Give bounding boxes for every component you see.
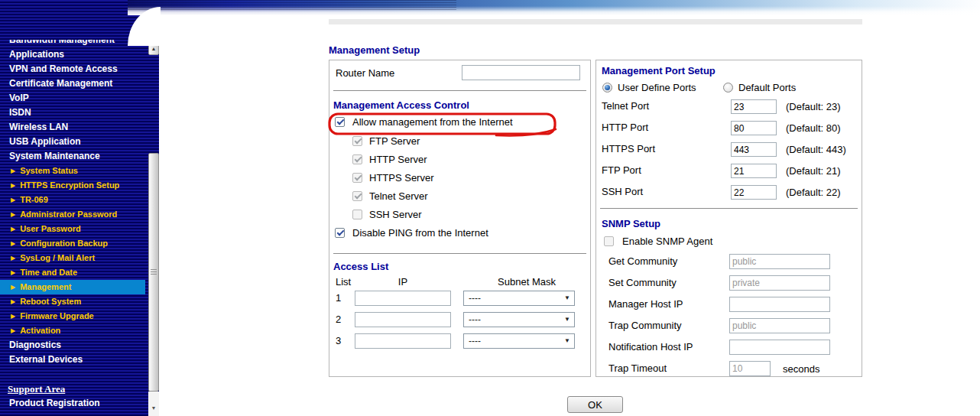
ssh-port-input[interactable] [731, 185, 777, 200]
default-ports-radio[interactable] [723, 83, 733, 93]
checkbox-label: Disable PING from the Internet [352, 227, 488, 239]
management-setup-panel: Router Name Management Access Control Al… [329, 60, 591, 377]
access-control-heading: Management Access Control [333, 99, 469, 111]
enable-snmp-checkbox[interactable] [604, 236, 614, 246]
telnet-server-checkbox[interactable] [352, 191, 362, 201]
sidebar-item-time-and-date[interactable]: ▶Time and Date [0, 265, 148, 280]
sidebar-item-system-status[interactable]: ▶System Status [0, 164, 148, 178]
http-server-checkbox[interactable] [352, 154, 362, 164]
sidebar-item-configuration-backup[interactable]: ▶Configuration Backup [0, 236, 148, 251]
https-server-checkbox[interactable] [352, 173, 362, 183]
sidebar-item-product-registration[interactable]: Product Registration [0, 396, 148, 411]
sidebar-item-label: System Status [20, 166, 78, 175]
notification-host-ip-input[interactable] [729, 340, 830, 355]
radio-label: Default Ports [738, 82, 796, 93]
checkbox-label: HTTP Server [369, 154, 427, 165]
http-port-input[interactable] [731, 121, 777, 135]
submenu-arrow-icon: ▶ [11, 309, 15, 323]
access-list-ip-input-3[interactable] [355, 333, 451, 349]
select-value: ---- [469, 293, 481, 304]
port-default-hint: (Default: 23) [786, 101, 841, 112]
set-community-input[interactable] [729, 275, 830, 291]
access-list-col-ip: IP [372, 276, 433, 288]
port-label: SSH Port [602, 186, 643, 197]
sidebar-item-reboot-system[interactable]: ▶Reboot System [0, 294, 148, 309]
allow-management-from-the-internet-checkbox[interactable] [335, 117, 345, 127]
ssh-server-checkbox[interactable] [352, 210, 362, 219]
subnet-mask-select-1[interactable]: ----▼ [463, 291, 575, 306]
sidebar-item-applications[interactable]: Applications [0, 47, 148, 62]
sidebar-item-isdn[interactable]: ISDN [0, 106, 148, 120]
get-community-input[interactable] [729, 254, 830, 269]
sidebar-item-tr-069[interactable]: ▶TR-069 [0, 193, 148, 207]
sidebar-item-usb-application[interactable]: USB Application [0, 135, 148, 149]
snmp-field-label: Trap Timeout [608, 362, 667, 374]
sidebar-item-syslog-mail-alert[interactable]: ▶SysLog / Mail Alert [0, 251, 148, 265]
port-default-hint: (Default: 22) [786, 187, 841, 198]
sidebar-item-user-password[interactable]: ▶User Password [0, 222, 148, 236]
sidebar-item-firmware-upgrade[interactable]: ▶Firmware Upgrade [0, 309, 148, 323]
enable-snmp-label: Enable SNMP Agent [622, 236, 712, 247]
scrollbar-down-button[interactable]: ▼ [148, 403, 159, 414]
ok-button[interactable]: OK [567, 396, 623, 413]
subnet-mask-select-3[interactable]: ----▼ [463, 333, 575, 349]
snmp-field-label: Notification Host IP [608, 341, 693, 353]
checkbox-label: Allow management from the Internet [352, 116, 513, 128]
subnet-mask-select-2[interactable]: ----▼ [463, 312, 575, 327]
trap-timeout-input[interactable] [729, 361, 771, 376]
page-title: Management Setup [329, 44, 420, 56]
sidebar-item-label: HTTPS Encryption Setup [20, 180, 119, 190]
content-top-divider [329, 19, 862, 24]
sidebar-item-voip[interactable]: VoIP [0, 91, 148, 106]
sidebar-item-bandwidth-management[interactable]: Bandwidth Management [0, 40, 148, 47]
scrollbar-thumb[interactable] [148, 153, 159, 392]
divider [600, 208, 858, 209]
submenu-arrow-icon: ▶ [11, 251, 15, 265]
sidebar-item-label: TR-069 [20, 195, 48, 204]
checkbox-label: SSH Server [369, 209, 422, 220]
port-label: HTTPS Port [602, 143, 655, 154]
sidebar-item-vpn-and-remote-access[interactable]: VPN and Remote Access [0, 62, 148, 76]
ftp-port-input[interactable] [731, 164, 777, 178]
sidebar-item-label: Management [20, 282, 71, 291]
radio-label: User Define Ports [618, 82, 696, 93]
port-default-hint: (Default: 21) [786, 165, 841, 177]
sidebar-item-external-devices[interactable]: External Devices [0, 353, 148, 367]
sidebar-item-diagnostics[interactable]: Diagnostics [0, 338, 148, 353]
https-port-input[interactable] [731, 142, 777, 157]
sidebar-item-system-maintenance[interactable]: System Maintenance [0, 149, 148, 164]
sidebar-item-label: Activation [20, 326, 60, 335]
port-default-hint: (Default: 443) [786, 144, 846, 155]
sidebar-item-wireless-lan[interactable]: Wireless LAN [0, 120, 148, 135]
submenu-arrow-icon: ▶ [11, 193, 15, 207]
submenu-arrow-icon: ▶ [11, 178, 15, 193]
checkbox-label: FTP Server [369, 135, 420, 147]
sidebar-item-activation[interactable]: ▶Activation [0, 323, 148, 338]
sidebar-item-label: Time and Date [20, 268, 77, 277]
router-name-input[interactable] [462, 65, 580, 80]
submenu-arrow-icon: ▶ [11, 294, 15, 309]
ftp-server-checkbox[interactable] [352, 136, 362, 146]
sidebar-item-certificate-management[interactable]: Certificate Management [0, 76, 148, 91]
checkbox-label: HTTPS Server [369, 172, 434, 184]
trap-community-input[interactable] [729, 318, 830, 333]
seconds-label: seconds [783, 363, 819, 375]
sidebar-item-management[interactable]: ▶Management [0, 280, 145, 294]
submenu-arrow-icon: ▶ [11, 280, 15, 294]
divider [333, 90, 586, 91]
manager-host-ip-input[interactable] [729, 297, 830, 312]
sidebar-item-administrator-password[interactable]: ▶Administrator Password [0, 207, 148, 222]
router-admin-page: Bandwidth ManagementApplicationsVPN and … [0, 0, 980, 416]
access-list-ip-input-1[interactable] [355, 291, 451, 306]
user-define-ports-radio[interactable] [602, 83, 612, 93]
sidebar-item-support-area[interactable]: Support Area [0, 382, 148, 396]
chevron-down-icon: ▼ [564, 291, 570, 305]
submenu-arrow-icon: ▶ [11, 207, 15, 222]
telnet-port-input[interactable] [731, 99, 777, 114]
port-setup-heading: Management Port Setup [602, 65, 716, 76]
submenu-arrow-icon: ▶ [11, 323, 15, 338]
access-list-ip-input-2[interactable] [355, 312, 451, 327]
sidebar-item-https-encryption-setup[interactable]: ▶HTTPS Encryption Setup [0, 178, 148, 193]
sidebar-menu: Bandwidth ManagementApplicationsVPN and … [0, 40, 148, 416]
disable-ping-from-the-internet-checkbox[interactable] [335, 228, 345, 238]
